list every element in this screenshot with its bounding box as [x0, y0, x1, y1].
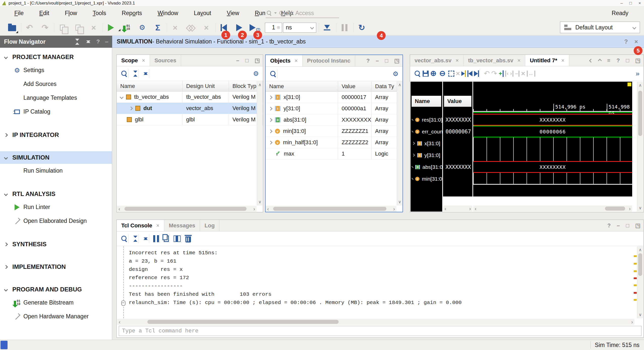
minimize-icon[interactable]: –: [376, 58, 379, 64]
waveform-vertical-scrollbar[interactable]: ∧ ∨: [637, 82, 643, 212]
report-button[interactable]: Σ: [152, 22, 163, 33]
flow-item-settings[interactable]: ⚙Settings: [0, 63, 112, 77]
expander-right-icon[interactable]: [269, 107, 273, 111]
pause-button[interactable]: [339, 22, 350, 33]
add-marker-icon[interactable]: +: [499, 70, 504, 77]
menu-item-tools[interactable]: Tools: [85, 10, 114, 17]
scrollbar-thumb[interactable]: [605, 207, 625, 211]
go-to-time-icon[interactable]: [461, 70, 466, 77]
help-icon[interactable]: ?: [607, 222, 611, 229]
chevron-down-icon[interactable]: [4, 192, 8, 196]
flow-item-open-elaborated-design[interactable]: Open Elaborated Design: [0, 214, 112, 228]
objects-row[interactable]: max1Logic: [266, 148, 403, 160]
chevron-down-icon[interactable]: [4, 156, 8, 160]
expander-right-icon[interactable]: [412, 119, 414, 121]
menu-item-flow[interactable]: Flow: [57, 10, 85, 17]
window-minimize-button[interactable]: –: [620, 1, 623, 6]
wave-trace[interactable]: [473, 173, 632, 185]
wave-trace[interactable]: XXXXXXXX: [473, 114, 632, 126]
zoom-out-icon[interactable]: ⊖: [439, 70, 447, 77]
save-icon[interactable]: [423, 71, 429, 77]
collapse-all-icon[interactable]: [133, 236, 138, 242]
search-icon[interactable]: [270, 70, 277, 77]
expander-right-icon[interactable]: [412, 131, 414, 133]
chevron-right-icon[interactable]: [4, 265, 8, 269]
scrollbar-thumb[interactable]: [125, 207, 247, 211]
search-icon[interactable]: [414, 70, 421, 77]
wave-trace[interactable]: [473, 149, 632, 161]
column-header-value[interactable]: Value: [338, 81, 372, 91]
flow-item-open-hardware-manager[interactable]: Open Hardware Manager: [0, 310, 112, 323]
settings-button[interactable]: ⚙: [137, 22, 148, 33]
expander-right-icon[interactable]: [129, 106, 133, 110]
previous-marker-icon[interactable]: ‹: [505, 70, 508, 77]
wave-signal-name[interactable]: vres[31:0]: [411, 114, 442, 126]
scrollbar-thumb[interactable]: [147, 320, 339, 324]
scroll-up-icon[interactable]: ∧: [258, 82, 261, 87]
maximize-icon[interactable]: □: [245, 57, 249, 64]
wave-trace[interactable]: 00000066: [473, 126, 632, 137]
scroll-left-icon[interactable]: ‹: [118, 206, 120, 212]
objects-vertical-scrollbar[interactable]: ∧ ∨: [397, 81, 403, 206]
search-icon[interactable]: [121, 235, 128, 242]
window-maximize-button[interactable]: □: [629, 1, 632, 6]
expander-right-icon[interactable]: [412, 178, 414, 180]
paste-button[interactable]: [72, 22, 84, 33]
help-icon[interactable]: ?: [366, 58, 370, 64]
generate-bitstream-button[interactable]: 0110: [121, 22, 132, 33]
scroll-right-icon[interactable]: ›: [631, 319, 633, 325]
tcl-tab-log[interactable]: Log: [200, 220, 219, 231]
search-icon[interactable]: [121, 70, 128, 77]
objects-tab-objects[interactable]: Objects×: [266, 55, 303, 66]
swap-left-icon[interactable]: ↶: [484, 70, 490, 77]
float-icon[interactable]: ◳: [635, 57, 640, 64]
chevron-right-icon[interactable]: [4, 133, 8, 137]
tcl-command-input[interactable]: [119, 326, 641, 336]
swap-cursor-icon[interactable]: ×: [456, 70, 460, 77]
tcl-tab-tcl-console[interactable]: Tcl Console×: [117, 220, 164, 231]
disabled-tool-button-2[interactable]: [185, 22, 196, 33]
delete-button[interactable]: ×: [88, 22, 99, 33]
scroll-right-icon[interactable]: ›: [393, 206, 395, 212]
objects-row[interactable]: vmin_half[31:0]ZZZZZZZ2Array: [266, 137, 403, 148]
waveform-horizontal-scrollbar[interactable]: ‹ ›: [473, 206, 632, 212]
wave-tab-tb-vector-abs-sv[interactable]: tb_vector_abs.sv×: [464, 55, 526, 66]
copy-output-icon[interactable]: [164, 235, 169, 242]
objects-row[interactable]: Ix[31:0]00000017Array: [266, 92, 403, 103]
next-transition-icon[interactable]: [474, 70, 479, 77]
annotation-mark[interactable]: [634, 284, 637, 286]
maximize-icon[interactable]: □: [626, 222, 629, 229]
objects-row[interactable]: Iy[31:0]000000a1Array: [266, 103, 403, 114]
redo-button[interactable]: ↷: [39, 22, 51, 33]
expander-right-icon[interactable]: [412, 142, 415, 145]
float-icon[interactable]: ◳: [255, 57, 260, 64]
clear-icon[interactable]: ⊗: [277, 25, 280, 30]
swap-right-icon[interactable]: ↷: [491, 70, 497, 77]
report-view-icon[interactable]: [174, 235, 181, 242]
open-project-button[interactable]: [7, 22, 18, 33]
step-button[interactable]: [321, 22, 333, 33]
flow-section-header-project-manager[interactable]: PROJECT MANAGER: [0, 51, 112, 63]
waveform-plot[interactable]: 514,996 ps514,998 ps XXXXXXXX00000066XXX…: [473, 82, 632, 196]
scope-row[interactable]: glblglblVerilog M: [117, 114, 263, 125]
chevron-right-icon[interactable]: [4, 242, 8, 246]
annotation-mark[interactable]: [634, 255, 637, 257]
maximize-icon[interactable]: □: [626, 57, 629, 64]
flow-item-run-simulation[interactable]: Run Simulation: [0, 164, 112, 178]
annotation-mark[interactable]: [634, 277, 637, 279]
expander-right-icon[interactable]: [412, 166, 414, 168]
window-close-button[interactable]: ×: [638, 1, 641, 6]
marker-flag-icon[interactable]: [627, 82, 631, 86]
flow-item-add-sources[interactable]: Add Sources: [0, 77, 112, 91]
wave-signal-name[interactable]: vmin[31:0]: [411, 173, 442, 185]
scroll-down-icon[interactable]: ∨: [639, 205, 642, 211]
expander-right-icon[interactable]: [269, 129, 273, 133]
scroll-left-icon[interactable]: ‹: [267, 206, 269, 212]
chevron-down-icon[interactable]: [4, 55, 8, 59]
objects-tab-protocol-instanc[interactable]: Protocol Instanc: [303, 55, 355, 66]
flow-item-language-templates[interactable]: Language Templates: [0, 91, 112, 105]
scope-vertical-scrollbar[interactable]: ∧ ∨: [257, 81, 263, 206]
expander-down-icon[interactable]: [120, 95, 124, 99]
tcl-vertical-scrollbar[interactable]: ∧ ∨: [637, 246, 643, 318]
previous-transition-icon[interactable]: [467, 70, 472, 77]
